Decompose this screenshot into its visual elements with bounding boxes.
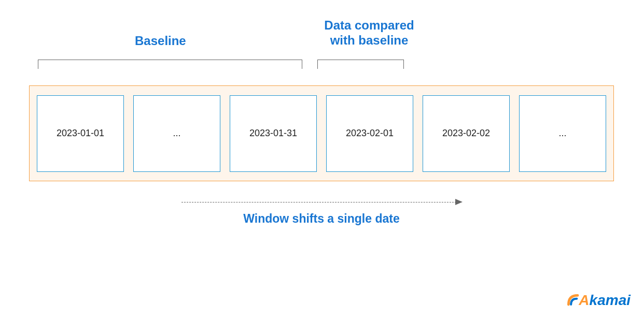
akamai-logo: Akamai — [565, 292, 631, 309]
compared-bracket — [317, 60, 404, 69]
baseline-bracket — [38, 60, 302, 69]
brand-text: Akamai — [579, 292, 631, 309]
date-box: 2023-01-31 — [230, 95, 317, 172]
arrow-line — [181, 202, 461, 202]
date-box: 2023-02-02 — [423, 95, 510, 172]
baseline-label: Baseline — [135, 34, 186, 48]
arrow-head-icon — [455, 199, 463, 205]
date-box: ... — [519, 95, 606, 172]
shift-arrow: Window shifts a single date — [176, 202, 467, 226]
date-box: ... — [133, 95, 220, 172]
date-box: 2023-01-01 — [37, 95, 124, 172]
compared-label: Data compared with baseline — [317, 18, 421, 48]
arrow-label: Window shifts a single date — [176, 212, 467, 226]
date-box: 2023-02-01 — [326, 95, 413, 172]
sliding-window: 2023-01-01 ... 2023-01-31 2023-02-01 202… — [29, 85, 614, 181]
